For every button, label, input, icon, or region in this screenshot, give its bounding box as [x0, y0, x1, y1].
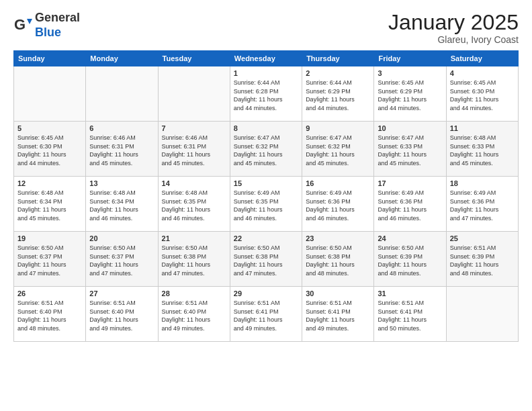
calendar-cell — [14, 66, 86, 122]
day-info: Sunrise: 6:51 AM Sunset: 6:40 PM Dayligh… — [162, 299, 226, 332]
day-info: Sunrise: 6:49 AM Sunset: 6:35 PM Dayligh… — [234, 189, 298, 222]
day-info: Sunrise: 6:48 AM Sunset: 6:34 PM Dayligh… — [17, 189, 82, 222]
day-number: 31 — [378, 289, 442, 298]
calendar-cell: 28Sunrise: 6:51 AM Sunset: 6:40 PM Dayli… — [158, 287, 230, 342]
day-number: 23 — [306, 234, 370, 242]
day-number: 10 — [378, 124, 442, 132]
day-info: Sunrise: 6:51 AM Sunset: 6:40 PM Dayligh… — [17, 299, 82, 332]
day-info: Sunrise: 6:48 AM Sunset: 6:33 PM Dayligh… — [450, 134, 515, 167]
weekday-header-sunday: Sunday — [14, 51, 86, 66]
calendar-week-row: 12Sunrise: 6:48 AM Sunset: 6:34 PM Dayli… — [14, 177, 519, 232]
calendar-cell: 22Sunrise: 6:50 AM Sunset: 6:38 PM Dayli… — [230, 232, 302, 287]
day-info: Sunrise: 6:47 AM Sunset: 6:32 PM Dayligh… — [306, 134, 370, 167]
day-info: Sunrise: 6:50 AM Sunset: 6:39 PM Dayligh… — [378, 244, 442, 277]
svg-marker-1 — [27, 19, 32, 24]
day-number: 6 — [89, 124, 154, 132]
day-info: Sunrise: 6:47 AM Sunset: 6:32 PM Dayligh… — [234, 134, 298, 167]
weekday-header-friday: Friday — [374, 51, 446, 66]
day-number: 9 — [306, 124, 370, 132]
day-info: Sunrise: 6:51 AM Sunset: 6:41 PM Dayligh… — [306, 299, 370, 332]
calendar-cell: 16Sunrise: 6:49 AM Sunset: 6:36 PM Dayli… — [302, 177, 374, 232]
day-number: 4 — [450, 69, 515, 77]
title-block: January 2025 Glareu, Ivory Coast — [388, 11, 519, 45]
calendar-cell: 21Sunrise: 6:50 AM Sunset: 6:38 PM Dayli… — [158, 232, 230, 287]
header: G General Blue January 2025 Glareu, Ivor… — [13, 11, 519, 45]
day-info: Sunrise: 6:49 AM Sunset: 6:36 PM Dayligh… — [450, 189, 515, 222]
calendar-cell: 31Sunrise: 6:51 AM Sunset: 6:41 PM Dayli… — [374, 287, 446, 342]
day-info: Sunrise: 6:50 AM Sunset: 6:38 PM Dayligh… — [162, 244, 226, 277]
day-info: Sunrise: 6:51 AM Sunset: 6:41 PM Dayligh… — [378, 299, 442, 332]
day-number: 7 — [162, 124, 226, 132]
day-info: Sunrise: 6:47 AM Sunset: 6:33 PM Dayligh… — [378, 134, 442, 167]
calendar-cell: 17Sunrise: 6:49 AM Sunset: 6:36 PM Dayli… — [374, 177, 446, 232]
day-number: 15 — [234, 179, 298, 187]
day-info: Sunrise: 6:51 AM Sunset: 6:41 PM Dayligh… — [234, 299, 298, 332]
calendar-cell: 24Sunrise: 6:50 AM Sunset: 6:39 PM Dayli… — [374, 232, 446, 287]
day-number: 26 — [17, 289, 82, 298]
day-info: Sunrise: 6:50 AM Sunset: 6:37 PM Dayligh… — [89, 244, 154, 277]
calendar-cell: 27Sunrise: 6:51 AM Sunset: 6:40 PM Dayli… — [86, 287, 158, 342]
calendar-cell: 10Sunrise: 6:47 AM Sunset: 6:33 PM Dayli… — [374, 122, 446, 177]
calendar-cell: 5Sunrise: 6:45 AM Sunset: 6:30 PM Daylig… — [14, 122, 86, 177]
day-info: Sunrise: 6:51 AM Sunset: 6:40 PM Dayligh… — [89, 299, 154, 332]
calendar-cell: 23Sunrise: 6:50 AM Sunset: 6:38 PM Dayli… — [302, 232, 374, 287]
calendar-cell: 19Sunrise: 6:50 AM Sunset: 6:37 PM Dayli… — [14, 232, 86, 287]
day-number: 30 — [306, 289, 370, 298]
weekday-header-row: SundayMondayTuesdayWednesdayThursdayFrid… — [14, 51, 519, 66]
day-info: Sunrise: 6:46 AM Sunset: 6:31 PM Dayligh… — [89, 134, 154, 167]
calendar-cell: 7Sunrise: 6:46 AM Sunset: 6:31 PM Daylig… — [158, 122, 230, 177]
day-number: 12 — [17, 179, 82, 187]
svg-text:G: G — [14, 16, 26, 33]
calendar-cell: 25Sunrise: 6:51 AM Sunset: 6:39 PM Dayli… — [446, 232, 518, 287]
calendar-week-row: 26Sunrise: 6:51 AM Sunset: 6:40 PM Dayli… — [14, 287, 519, 342]
calendar-cell: 8Sunrise: 6:47 AM Sunset: 6:32 PM Daylig… — [230, 122, 302, 177]
calendar-cell: 3Sunrise: 6:45 AM Sunset: 6:29 PM Daylig… — [374, 66, 446, 122]
day-info: Sunrise: 6:44 AM Sunset: 6:29 PM Dayligh… — [306, 79, 370, 112]
weekday-header-saturday: Saturday — [446, 51, 518, 66]
location: Glareu, Ivory Coast — [388, 34, 519, 45]
day-number: 11 — [450, 124, 515, 132]
calendar-cell: 30Sunrise: 6:51 AM Sunset: 6:41 PM Dayli… — [302, 287, 374, 342]
logo-blue: Blue — [35, 26, 61, 39]
calendar-cell: 11Sunrise: 6:48 AM Sunset: 6:33 PM Dayli… — [446, 122, 518, 177]
calendar-cell: 18Sunrise: 6:49 AM Sunset: 6:36 PM Dayli… — [446, 177, 518, 232]
calendar-cell: 29Sunrise: 6:51 AM Sunset: 6:41 PM Dayli… — [230, 287, 302, 342]
day-number: 29 — [234, 289, 298, 298]
day-number: 1 — [234, 69, 298, 77]
logo-general: General — [35, 11, 80, 24]
calendar-cell: 13Sunrise: 6:48 AM Sunset: 6:34 PM Dayli… — [86, 177, 158, 232]
day-number: 14 — [162, 179, 226, 187]
month-title: January 2025 — [388, 11, 519, 34]
day-info: Sunrise: 6:48 AM Sunset: 6:34 PM Dayligh… — [89, 189, 154, 222]
calendar-cell: 2Sunrise: 6:44 AM Sunset: 6:29 PM Daylig… — [302, 66, 374, 122]
calendar-cell: 4Sunrise: 6:45 AM Sunset: 6:30 PM Daylig… — [446, 66, 518, 122]
day-info: Sunrise: 6:48 AM Sunset: 6:35 PM Dayligh… — [162, 189, 226, 222]
day-info: Sunrise: 6:50 AM Sunset: 6:38 PM Dayligh… — [234, 244, 298, 277]
day-info: Sunrise: 6:45 AM Sunset: 6:30 PM Dayligh… — [450, 79, 515, 112]
calendar-cell: 9Sunrise: 6:47 AM Sunset: 6:32 PM Daylig… — [302, 122, 374, 177]
day-number: 21 — [162, 234, 226, 242]
weekday-header-wednesday: Wednesday — [230, 51, 302, 66]
logo-icon: G — [13, 16, 32, 35]
day-number: 22 — [234, 234, 298, 242]
calendar-cell — [86, 66, 158, 122]
day-info: Sunrise: 6:45 AM Sunset: 6:29 PM Dayligh… — [378, 79, 442, 112]
day-info: Sunrise: 6:46 AM Sunset: 6:31 PM Dayligh… — [162, 134, 226, 167]
day-number: 28 — [162, 289, 226, 298]
calendar-cell: 15Sunrise: 6:49 AM Sunset: 6:35 PM Dayli… — [230, 177, 302, 232]
calendar-cell: 1Sunrise: 6:44 AM Sunset: 6:28 PM Daylig… — [230, 66, 302, 122]
day-number: 19 — [17, 234, 82, 242]
day-number: 5 — [17, 124, 82, 132]
day-info: Sunrise: 6:49 AM Sunset: 6:36 PM Dayligh… — [378, 189, 442, 222]
calendar-cell — [158, 66, 230, 122]
calendar-cell: 20Sunrise: 6:50 AM Sunset: 6:37 PM Dayli… — [86, 232, 158, 287]
day-number: 17 — [378, 179, 442, 187]
day-info: Sunrise: 6:49 AM Sunset: 6:36 PM Dayligh… — [306, 189, 370, 222]
calendar-week-row: 19Sunrise: 6:50 AM Sunset: 6:37 PM Dayli… — [14, 232, 519, 287]
calendar-week-row: 1Sunrise: 6:44 AM Sunset: 6:28 PM Daylig… — [14, 66, 519, 122]
calendar-page: G General Blue January 2025 Glareu, Ivor… — [0, 0, 532, 411]
weekday-header-thursday: Thursday — [302, 51, 374, 66]
calendar-cell: 12Sunrise: 6:48 AM Sunset: 6:34 PM Dayli… — [14, 177, 86, 232]
calendar-table: SundayMondayTuesdayWednesdayThursdayFrid… — [13, 50, 519, 342]
day-info: Sunrise: 6:50 AM Sunset: 6:38 PM Dayligh… — [306, 244, 370, 277]
